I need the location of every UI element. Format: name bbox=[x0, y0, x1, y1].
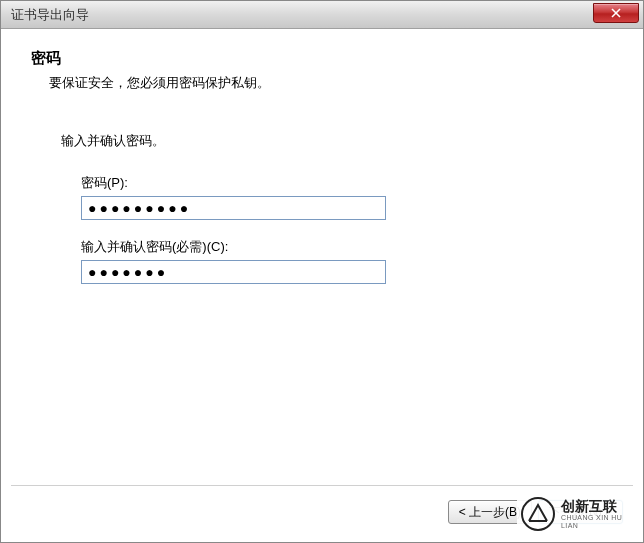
titlebar: 证书导出向导 bbox=[1, 1, 643, 29]
footer-separator bbox=[11, 485, 633, 486]
watermark-logo-icon bbox=[521, 497, 555, 531]
confirm-password-label: 输入并确认密码(必需)(C): bbox=[81, 238, 613, 256]
close-button[interactable] bbox=[593, 3, 639, 23]
password-label: 密码(P): bbox=[81, 174, 613, 192]
wizard-window: 证书导出向导 密码 要保证安全，您必须用密码保护私钥。 输入并确认密码。 密码(… bbox=[0, 0, 644, 543]
page-heading: 密码 bbox=[31, 49, 613, 68]
svg-point-2 bbox=[522, 498, 554, 530]
wizard-content: 密码 要保证安全，您必须用密码保护私钥。 输入并确认密码。 密码(P): 输入并… bbox=[1, 29, 643, 284]
close-icon bbox=[611, 8, 621, 18]
page-subheading: 要保证安全，您必须用密码保护私钥。 bbox=[49, 74, 613, 92]
password-field-group: 密码(P): bbox=[81, 174, 613, 220]
watermark-cn: 创新互联 bbox=[561, 499, 637, 514]
confirm-password-field-group: 输入并确认密码(必需)(C): bbox=[81, 238, 613, 284]
window-title: 证书导出向导 bbox=[11, 6, 89, 24]
watermark-en: CHUANG XIN HU LIAN bbox=[561, 514, 637, 529]
page-prompt: 输入并确认密码。 bbox=[61, 132, 613, 150]
watermark: 创新互联 CHUANG XIN HU LIAN bbox=[517, 492, 637, 536]
watermark-text: 创新互联 CHUANG XIN HU LIAN bbox=[561, 499, 637, 530]
password-input[interactable] bbox=[81, 196, 386, 220]
confirm-password-input[interactable] bbox=[81, 260, 386, 284]
